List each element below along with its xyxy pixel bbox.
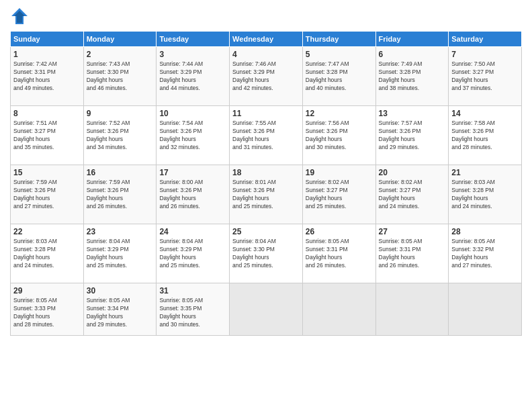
day-info: Sunrise: 7:55 AMSunset: 3:26 PMDaylight …: [232, 120, 300, 152]
day-info: Sunrise: 7:50 AMSunset: 3:27 PMDaylight …: [451, 60, 519, 93]
day-info: Sunrise: 7:59 AMSunset: 3:26 PMDaylight …: [87, 179, 154, 211]
calendar-day-13: 13Sunrise: 7:57 AMSunset: 3:26 PMDayligh…: [375, 106, 449, 165]
day-number: 29: [13, 286, 81, 295]
day-info: Sunrise: 7:43 AMSunset: 3:30 PMDaylight …: [87, 60, 154, 93]
calendar-day-18: 18Sunrise: 8:01 AMSunset: 3:26 PMDayligh…: [230, 165, 303, 224]
day-number: 30: [87, 286, 154, 295]
day-number: 19: [306, 168, 373, 177]
day-number: 10: [159, 109, 226, 118]
day-number: 2: [87, 50, 154, 59]
calendar-day-4: 4Sunrise: 7:46 AMSunset: 3:29 PMDaylight…: [230, 47, 303, 106]
day-info: Sunrise: 7:59 AMSunset: 3:26 PMDaylight …: [13, 179, 81, 211]
day-number: 12: [306, 109, 373, 118]
day-info: Sunrise: 7:57 AMSunset: 3:26 PMDaylight …: [379, 120, 446, 152]
day-number: 6: [379, 50, 446, 59]
day-info: Sunrise: 7:58 AMSunset: 3:26 PMDaylight …: [451, 120, 519, 152]
page: SundayMondayTuesdayWednesdayThursdayFrid…: [0, 0, 532, 411]
empty-cell: [230, 283, 303, 336]
day-info: Sunrise: 7:44 AMSunset: 3:29 PMDaylight …: [159, 60, 226, 93]
day-info: Sunrise: 8:05 AMSunset: 3:31 PMDaylight …: [379, 238, 446, 270]
calendar-day-8: 8Sunrise: 7:51 AMSunset: 3:27 PMDaylight…: [11, 106, 84, 165]
calendar-day-15: 15Sunrise: 7:59 AMSunset: 3:26 PMDayligh…: [11, 165, 84, 224]
day-info: Sunrise: 7:52 AMSunset: 3:26 PMDaylight …: [87, 120, 154, 152]
weekday-header-friday: Friday: [375, 32, 449, 47]
day-info: Sunrise: 8:05 AMSunset: 3:31 PMDaylight …: [306, 238, 373, 270]
day-number: 13: [379, 109, 446, 118]
calendar-day-7: 7Sunrise: 7:50 AMSunset: 3:27 PMDaylight…: [449, 47, 522, 106]
day-info: Sunrise: 8:01 AMSunset: 3:26 PMDaylight …: [232, 179, 300, 211]
day-number: 23: [87, 227, 154, 236]
day-info: Sunrise: 8:00 AMSunset: 3:26 PMDaylight …: [159, 179, 226, 211]
calendar-day-25: 25Sunrise: 8:04 AMSunset: 3:30 PMDayligh…: [230, 224, 303, 283]
calendar-week-2: 8Sunrise: 7:51 AMSunset: 3:27 PMDaylight…: [11, 106, 522, 165]
empty-cell: [302, 283, 375, 336]
day-number: 20: [379, 168, 446, 177]
calendar-day-29: 29Sunrise: 8:05 AMSunset: 3:33 PMDayligh…: [11, 283, 84, 336]
day-number: 31: [159, 286, 226, 295]
day-number: 17: [159, 168, 226, 177]
day-number: 4: [232, 50, 300, 59]
day-number: 1: [13, 50, 81, 59]
calendar-day-6: 6Sunrise: 7:49 AMSunset: 3:28 PMDaylight…: [375, 47, 449, 106]
calendar-day-16: 16Sunrise: 7:59 AMSunset: 3:26 PMDayligh…: [83, 165, 157, 224]
calendar-day-2: 2Sunrise: 7:43 AMSunset: 3:30 PMDaylight…: [83, 47, 157, 106]
day-number: 24: [159, 227, 226, 236]
calendar-day-17: 17Sunrise: 8:00 AMSunset: 3:26 PMDayligh…: [157, 165, 230, 224]
calendar-day-11: 11Sunrise: 7:55 AMSunset: 3:26 PMDayligh…: [230, 106, 303, 165]
day-info: Sunrise: 7:54 AMSunset: 3:26 PMDaylight …: [159, 120, 226, 152]
day-number: 5: [306, 50, 373, 59]
day-number: 3: [159, 50, 226, 59]
calendar-day-19: 19Sunrise: 8:02 AMSunset: 3:27 PMDayligh…: [302, 165, 375, 224]
day-info: Sunrise: 8:05 AMSunset: 3:32 PMDaylight …: [451, 238, 519, 270]
day-info: Sunrise: 7:42 AMSunset: 3:31 PMDaylight …: [13, 60, 81, 93]
day-number: 25: [232, 227, 300, 236]
day-number: 16: [87, 168, 154, 177]
day-info: Sunrise: 8:05 AMSunset: 3:34 PMDaylight …: [87, 297, 154, 329]
day-info: Sunrise: 8:05 AMSunset: 3:35 PMDaylight …: [159, 297, 226, 329]
day-info: Sunrise: 7:49 AMSunset: 3:28 PMDaylight …: [379, 60, 446, 93]
calendar-day-31: 31Sunrise: 8:05 AMSunset: 3:35 PMDayligh…: [157, 283, 230, 336]
calendar-day-22: 22Sunrise: 8:03 AMSunset: 3:28 PMDayligh…: [11, 224, 84, 283]
weekday-header-sunday: Sunday: [11, 32, 84, 47]
weekday-header-wednesday: Wednesday: [230, 32, 303, 47]
calendar-day-12: 12Sunrise: 7:56 AMSunset: 3:26 PMDayligh…: [302, 106, 375, 165]
empty-cell: [449, 283, 522, 336]
calendar-day-1: 1Sunrise: 7:42 AMSunset: 3:31 PMDaylight…: [11, 47, 84, 106]
day-info: Sunrise: 8:03 AMSunset: 3:28 PMDaylight …: [451, 179, 519, 211]
calendar-table: SundayMondayTuesdayWednesdayThursdayFrid…: [10, 31, 522, 336]
day-info: Sunrise: 8:04 AMSunset: 3:29 PMDaylight …: [87, 238, 154, 270]
logo-icon: [10, 7, 29, 26]
day-info: Sunrise: 7:56 AMSunset: 3:26 PMDaylight …: [306, 120, 373, 152]
day-info: Sunrise: 8:04 AMSunset: 3:30 PMDaylight …: [232, 238, 300, 270]
weekday-header-tuesday: Tuesday: [157, 32, 230, 47]
day-number: 27: [379, 227, 446, 236]
calendar-day-21: 21Sunrise: 8:03 AMSunset: 3:28 PMDayligh…: [449, 165, 522, 224]
day-number: 22: [13, 227, 81, 236]
calendar-day-9: 9Sunrise: 7:52 AMSunset: 3:26 PMDaylight…: [83, 106, 157, 165]
calendar-day-10: 10Sunrise: 7:54 AMSunset: 3:26 PMDayligh…: [157, 106, 230, 165]
weekday-header-saturday: Saturday: [449, 32, 522, 47]
calendar-day-14: 14Sunrise: 7:58 AMSunset: 3:26 PMDayligh…: [449, 106, 522, 165]
day-info: Sunrise: 7:46 AMSunset: 3:29 PMDaylight …: [232, 60, 300, 93]
weekday-header-monday: Monday: [83, 32, 157, 47]
day-info: Sunrise: 8:02 AMSunset: 3:27 PMDaylight …: [379, 179, 446, 211]
day-number: 15: [13, 168, 81, 177]
day-number: 21: [451, 168, 519, 177]
day-number: 7: [451, 50, 519, 59]
calendar-day-30: 30Sunrise: 8:05 AMSunset: 3:34 PMDayligh…: [83, 283, 157, 336]
day-number: 26: [306, 227, 373, 236]
day-number: 14: [451, 109, 519, 118]
day-info: Sunrise: 8:02 AMSunset: 3:27 PMDaylight …: [306, 179, 373, 211]
logo: [10, 7, 32, 26]
calendar-week-4: 22Sunrise: 8:03 AMSunset: 3:28 PMDayligh…: [11, 224, 522, 283]
empty-cell: [375, 283, 449, 336]
calendar-day-5: 5Sunrise: 7:47 AMSunset: 3:28 PMDaylight…: [302, 47, 375, 106]
calendar-day-26: 26Sunrise: 8:05 AMSunset: 3:31 PMDayligh…: [302, 224, 375, 283]
calendar-day-28: 28Sunrise: 8:05 AMSunset: 3:32 PMDayligh…: [449, 224, 522, 283]
day-info: Sunrise: 7:51 AMSunset: 3:27 PMDaylight …: [13, 120, 81, 152]
day-info: Sunrise: 8:05 AMSunset: 3:33 PMDaylight …: [13, 297, 81, 329]
day-info: Sunrise: 8:03 AMSunset: 3:28 PMDaylight …: [13, 238, 81, 270]
header: [10, 7, 522, 26]
day-number: 8: [13, 109, 81, 118]
day-info: Sunrise: 8:04 AMSunset: 3:29 PMDaylight …: [159, 238, 226, 270]
